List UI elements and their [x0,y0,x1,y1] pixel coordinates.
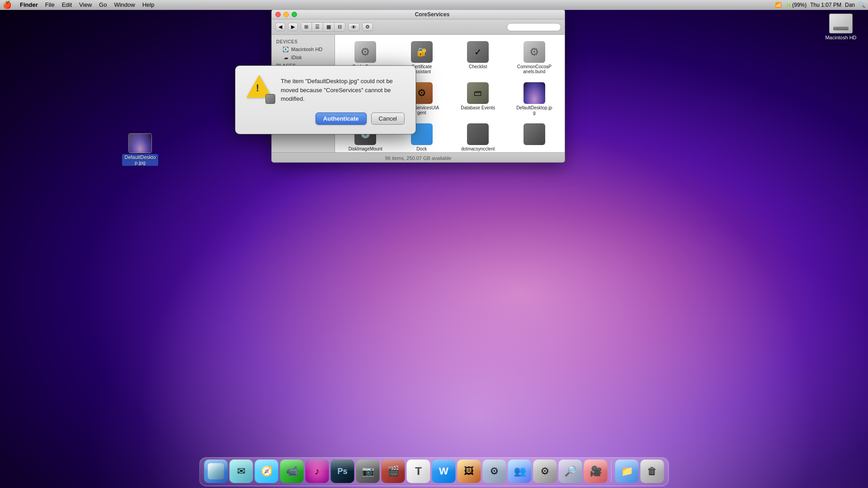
dock-item-folder[interactable]: 📁 [615,460,639,483]
finder-item-checklist-icon: ✓ [467,41,489,63]
menu-view[interactable]: View [75,1,95,9]
dock-icon-magnify: 🔎 [559,460,582,483]
finder-item-defaultdesktop[interactable]: DefaultDesktop.jpg [509,80,561,117]
window-maximize-button[interactable] [292,12,297,17]
dock-item-finder[interactable] [204,460,228,483]
finder-statusbar: 96 items, 250.07 GB available [272,152,565,163]
username: Dan [845,2,855,8]
finder-item-dbevents-icon: 🗃 [467,82,489,104]
defaultdesktop-icon-image [128,133,152,153]
idisk-sidebar-icon: ☁ [283,54,289,61]
toolbar-gear-button[interactable]: ⚙ [362,23,373,31]
finder-title: CoreServices [303,11,561,18]
toolbar-back-button[interactable]: ◀ [275,23,285,31]
dock-item-video[interactable]: 🎥 [584,460,608,483]
sidebar-section-devices: DEVICES [272,38,335,45]
dock-item-mail[interactable]: ✉ [230,460,253,483]
finder-item-cacheserver-icon [354,41,376,63]
dock-icon-camera: 📷 [356,460,380,483]
cancel-button[interactable]: Cancel [371,113,405,125]
view-column-button[interactable]: ▦ [323,23,335,31]
menu-window[interactable]: Window [110,1,138,9]
sidebar-item-idisk[interactable]: ☁ iDisk [272,53,335,61]
dock-item-typography[interactable]: T [407,460,430,483]
view-coverflow-button[interactable]: ⊟ [335,23,345,31]
finder-item-extra1[interactable] [509,122,561,152]
finder-item-dotmacsync-icon [467,123,489,145]
view-list-button[interactable]: ☰ [312,23,323,31]
alert-buttons: Authenticate Cancel [246,113,405,125]
desktop-icon-macintosh-hd-label: Macintosh HD [824,34,858,41]
dock-item-facetime[interactable]: 📹 [280,460,304,483]
alert-content: The item "DefaultDesktop.jpg" could not … [246,75,405,103]
finder-item-commoncocoa-icon [524,41,545,63]
finder-item-dbevents[interactable]: 🗃 Database Events [452,80,504,117]
view-buttons: ⊞ ☰ ▦ ⊟ [301,22,345,32]
dock-item-photobooth[interactable]: 🎬 [382,460,405,483]
menu-go[interactable]: Go [95,1,110,9]
finder-item-checklist[interactable]: ✓ Checklist [452,39,504,76]
dock-separator [611,461,612,482]
authenticate-button[interactable]: Authenticate [316,113,367,125]
battery-icon: 🔋(99%) [785,2,807,8]
clock: Thu 1:07 PM [810,2,841,8]
menubar-right: 📶 🔋(99%) Thu 1:07 PM Dan 🔍 [775,2,865,8]
dock-icon-mail: ✉ [230,460,253,483]
finder-item-defaultdesktop-icon [524,82,545,104]
dock-item-trash[interactable]: 🗑 [641,460,664,483]
dock-item-safari[interactable]: 🧭 [255,460,278,483]
dock-icon-faces: 👥 [508,460,532,483]
dock-item-ps[interactable]: Ps [331,460,354,483]
dock-icon-weet: W [432,460,456,483]
finder-item-dotmacsync[interactable]: dotmacsyncclent [452,122,504,152]
macintosh-hd-icon-image [829,14,853,33]
dock-item-faces[interactable]: 👥 [508,460,532,483]
menu-finder[interactable]: Finder [16,1,42,9]
window-minimize-button[interactable] [283,12,289,17]
menubar: 🍎 Finder File Edit View Go Window Help 📶… [0,0,868,10]
dock-icon-finder [204,460,228,483]
dock-icon-utility: ⚙ [483,460,506,483]
sidebar-item-macintosh-hd[interactable]: 💽 Macintosh HD [272,45,335,53]
desktop-icon-macintosh-hd[interactable]: Macintosh HD [823,14,859,41]
finder-search-input[interactable] [507,23,561,31]
dock-item-iphoto[interactable]: 🖼 [458,460,481,483]
dock-icon-folder: 📁 [615,460,639,483]
dock-icon-safari: 🧭 [255,460,278,483]
dock-item-itunes[interactable]: ♪ [306,460,329,483]
alert-icon [246,75,274,102]
view-icon-button[interactable]: ⊞ [301,23,312,31]
alert-badge-icon [265,94,275,104]
wifi-icon: 📶 [775,2,782,8]
macintosh-hd-sidebar-icon: 💽 [283,46,289,52]
menu-help[interactable]: Help [139,1,158,9]
dock-item-utility[interactable]: ⚙ [483,460,506,483]
dock-icon-iphoto: 🖼 [458,460,481,483]
desktop-icon-defaultdesktop[interactable]: DefaultDesktop.jpg [122,133,158,166]
dock-icon-systemprefs: ⚙ [533,460,557,483]
dock-item-systemprefs[interactable]: ⚙ [533,460,557,483]
dock-item-weet[interactable]: W [432,460,456,483]
dock-icon-trash: 🗑 [641,460,664,483]
alert-dialog: The item "DefaultDesktop.jpg" could not … [235,66,416,134]
finder-toolbar: ◀ ▶ ⊞ ☰ ▦ ⊟ 👁 ⚙ [272,19,565,35]
defaultdesktop-icon-label: DefaultDesktop.jpg [122,154,158,166]
toolbar-action-button[interactable]: 👁 [348,23,359,31]
dock-icon-itunes: ♪ [306,460,329,483]
window-close-button[interactable] [275,12,281,17]
alert-message: The item "DefaultDesktop.jpg" could not … [281,75,405,103]
dock-icon-facetime: 📹 [280,460,304,483]
dock-icon-typography: T [407,460,430,483]
desktop: 🍎 Finder File Edit View Go Window Help 📶… [0,0,868,488]
apple-menu[interactable]: 🍎 [3,0,12,9]
dock-item-magnify[interactable]: 🔎 [559,460,582,483]
finder-item-commoncocoa[interactable]: CommonCocoaPanels.bund [509,39,561,76]
search-icon[interactable]: 🔍 [859,2,865,8]
menu-file[interactable]: File [42,1,58,9]
dock-item-camera[interactable]: 📷 [356,460,380,483]
menu-edit[interactable]: Edit [58,1,75,9]
dock-icon-photobooth: 🎬 [382,460,405,483]
toolbar-forward-button[interactable]: ▶ [288,23,298,31]
dock: ✉ 🧭 📹 ♪ Ps 📷 🎬 T W 🖼 ⚙ [199,457,669,486]
dock-icon-ps: Ps [331,460,354,483]
